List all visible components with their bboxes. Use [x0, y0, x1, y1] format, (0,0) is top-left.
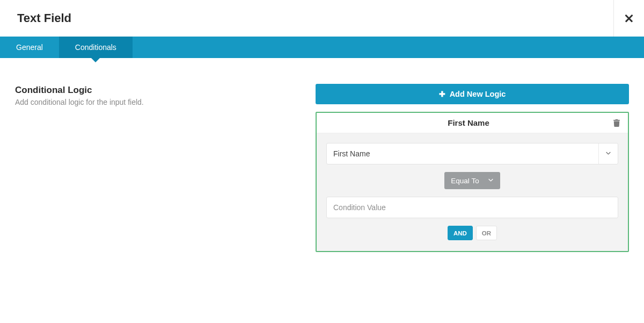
tab-label: General: [16, 43, 43, 52]
add-new-logic-button[interactable]: ✚ Add New Logic: [316, 84, 629, 104]
and-button[interactable]: AND: [448, 226, 473, 240]
field-select-value: First Name: [333, 149, 370, 158]
close-button-wrap: [613, 0, 643, 37]
condition-value-input[interactable]: [326, 197, 618, 218]
section-description: Add conditional logic for the input fiel…: [15, 98, 305, 106]
tab-label: Conditionals: [75, 43, 116, 52]
field-select[interactable]: First Name: [326, 143, 618, 164]
operator-row: Equal To: [326, 172, 618, 189]
trash-icon[interactable]: [613, 119, 620, 127]
tab-general[interactable]: General: [0, 37, 59, 58]
logic-card-body: First Name Equal To: [317, 133, 628, 251]
logic-card-header: First Name: [317, 113, 628, 133]
left-column: Conditional Logic Add conditional logic …: [15, 84, 305, 252]
right-column: ✚ Add New Logic First Name First Name: [316, 84, 629, 252]
and-label: AND: [453, 230, 467, 236]
operator-select[interactable]: Equal To: [444, 172, 500, 189]
or-label: OR: [482, 230, 491, 236]
content-area: Conditional Logic Add conditional logic …: [0, 58, 644, 252]
chevron-down-icon: [605, 149, 611, 158]
logic-card: First Name First Name Equal To: [316, 112, 629, 252]
tab-bar: General Conditionals: [0, 37, 644, 58]
section-title: Conditional Logic: [15, 85, 305, 96]
page-header: Text Field: [0, 0, 644, 37]
close-icon[interactable]: [625, 15, 633, 23]
plus-icon: ✚: [439, 90, 445, 98]
chevron-down-icon: [488, 177, 494, 185]
operator-value: Equal To: [451, 177, 479, 185]
and-or-row: AND OR: [326, 226, 618, 240]
tab-conditionals[interactable]: Conditionals: [59, 37, 133, 58]
or-button[interactable]: OR: [476, 226, 497, 240]
page-title: Text Field: [17, 11, 71, 25]
logic-card-title: First Name: [324, 118, 613, 127]
add-new-logic-label: Add New Logic: [450, 90, 506, 98]
